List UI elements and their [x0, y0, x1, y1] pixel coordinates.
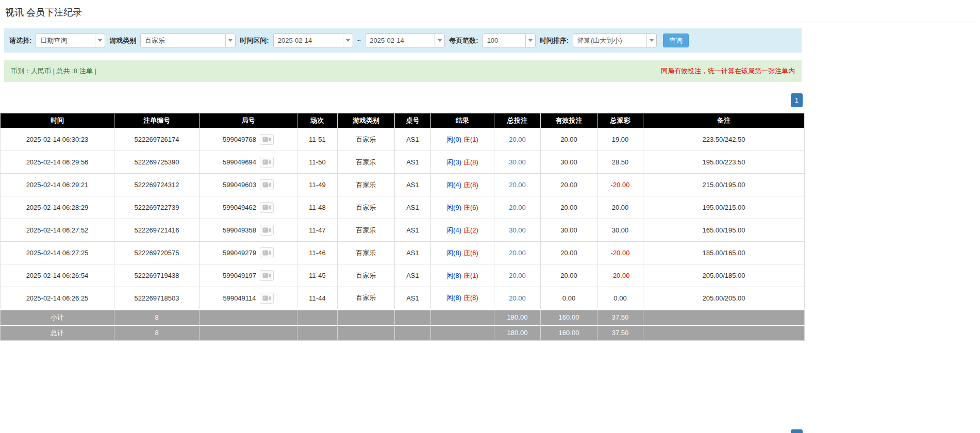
total-bet-link[interactable]: 20.00 — [509, 204, 526, 211]
cell-time: 2025-02-14 06:28:29 — [1, 196, 114, 219]
video-replay-icon[interactable] — [260, 225, 274, 236]
cell-round-id: 599049279 — [200, 242, 297, 264]
page-size-value: 100 — [483, 34, 525, 47]
cell-time: 2025-02-14 06:26:25 — [1, 287, 114, 310]
subtotal-row-cell — [297, 310, 338, 325]
table-row: 2025-02-14 06:29:21522269724312599049603… — [1, 174, 805, 196]
total-bet-link[interactable]: 20.00 — [509, 136, 526, 143]
result-player: 闲(4) — [446, 226, 461, 234]
video-replay-icon[interactable] — [260, 157, 274, 168]
cell-table-no: AS1 — [395, 287, 431, 310]
pagination-top: 1 — [0, 93, 803, 107]
cell-payout: -20.00 — [597, 242, 643, 264]
video-replay-icon[interactable] — [260, 270, 274, 281]
cell-result: 闲(8)庄(8) — [431, 287, 494, 310]
cell-time: 2025-02-14 06:29:21 — [1, 174, 114, 196]
cell-valid-bet: 20.00 — [541, 196, 597, 219]
result-banker: 庄(6) — [463, 249, 478, 257]
grand-total-row-cell — [338, 325, 395, 341]
date-range-separator: ~ — [357, 37, 361, 44]
game-type-value: 百家乐 — [141, 34, 225, 47]
summary-notice: 同局有效投注，统一计算在该局第一张注单内 — [661, 66, 795, 76]
summary-currency-count: 币别：人民币 | 总共 :8 注单 | — [11, 66, 96, 76]
table-row: 2025-02-14 06:29:56522269725390599049694… — [1, 151, 805, 174]
subtotal-row-cell: 8 — [114, 310, 200, 325]
video-replay-icon[interactable] — [260, 179, 274, 190]
bet-records-table: 时间注单编号局号场次游戏类别桌号结果总投注有效投注总派彩备注 2025-02-1… — [0, 113, 805, 341]
total-bet-link[interactable]: 20.00 — [509, 272, 526, 279]
video-replay-icon[interactable] — [260, 134, 274, 145]
video-replay-icon[interactable] — [260, 247, 274, 258]
cell-payout: -20.00 — [597, 174, 643, 196]
cell-payout: 0.00 — [597, 287, 643, 310]
grand-total-row-cell — [643, 325, 805, 341]
video-replay-icon[interactable] — [260, 202, 274, 213]
page-size-select[interactable]: 100 — [483, 34, 536, 47]
table-row: 2025-02-14 06:30:23522269726174599049768… — [1, 128, 805, 151]
cell-session: 11-49 — [297, 174, 338, 196]
total-bet-link[interactable]: 20.00 — [509, 249, 526, 257]
video-replay-icon[interactable] — [260, 293, 274, 304]
cell-remark: 205.00/185.00 — [643, 264, 805, 287]
table-row: 2025-02-14 06:26:25522269718503599049114… — [1, 287, 805, 310]
total-bet-link[interactable]: 30.00 — [509, 158, 526, 166]
grand-total-row-cell: 37.50 — [597, 325, 643, 341]
query-type-label: 请选择: — [9, 36, 31, 45]
cell-remark: 195.00/215.00 — [643, 196, 805, 219]
cell-game-type: 百家乐 — [338, 287, 395, 310]
cell-payout: -20.00 — [597, 264, 643, 287]
result-player: 闲(3) — [446, 158, 461, 166]
grand-total-row-cell — [200, 325, 297, 341]
query-type-value: 日期查询 — [36, 34, 95, 47]
cell-table-no: AS1 — [395, 196, 431, 219]
cell-total-bet: 30.00 — [494, 219, 541, 242]
chevron-down-icon — [525, 34, 535, 47]
search-button[interactable]: 查询 — [663, 34, 689, 47]
cell-total-bet: 20.00 — [494, 196, 541, 219]
column-header: 场次 — [297, 113, 338, 128]
round-id-text: 599049197 — [223, 272, 256, 279]
total-bet-link[interactable]: 30.00 — [509, 226, 526, 234]
cell-bet-id: 522269718503 — [114, 287, 200, 310]
column-header: 游戏类别 — [338, 113, 395, 128]
cell-result: 闲(3)庄(8) — [431, 151, 494, 174]
cell-round-id: 599049358 — [200, 219, 297, 242]
cell-game-type: 百家乐 — [338, 174, 395, 196]
cell-remark: 165.00/195.00 — [643, 219, 805, 242]
game-type-label: 游戏类别 — [109, 36, 136, 45]
cell-game-type: 百家乐 — [338, 128, 395, 151]
cell-bet-id: 522269724312 — [114, 174, 200, 196]
cell-game-type: 百家乐 — [338, 196, 395, 219]
page-header: 视讯 会员下注纪录 — [0, 6, 980, 22]
result-banker: 庄(8) — [463, 158, 478, 166]
table-header-row: 时间注单编号局号场次游戏类别桌号结果总投注有效投注总派彩备注 — [1, 113, 805, 128]
cell-result: 闲(0)庄(1) — [431, 128, 494, 151]
result-player: 闲(8) — [446, 272, 461, 279]
pagination-page-1[interactable]: 1 — [791, 429, 803, 433]
cell-bet-id: 522269725390 — [114, 151, 200, 174]
game-type-select[interactable]: 百家乐 — [140, 34, 236, 47]
column-header: 结果 — [431, 113, 494, 128]
cell-result: 闲(9)庄(6) — [431, 196, 494, 219]
total-bet-link[interactable]: 20.00 — [509, 294, 526, 302]
column-header: 总派彩 — [597, 113, 643, 128]
chevron-down-icon — [225, 34, 235, 47]
subtotal-row-cell: 160.00 — [541, 310, 597, 325]
grand-total-row-cell — [395, 325, 431, 341]
grand-total-row-cell — [431, 325, 494, 341]
total-bet-link[interactable]: 20.00 — [509, 181, 526, 189]
cell-total-bet: 20.00 — [494, 287, 541, 310]
date-to-select[interactable]: 2025-02-14 — [365, 34, 445, 47]
cell-payout: 20.00 — [597, 196, 643, 219]
pagination-page-1[interactable]: 1 — [791, 93, 803, 107]
cell-remark: 205.00/205.00 — [643, 287, 805, 310]
query-type-select[interactable]: 日期查询 — [36, 34, 105, 47]
chevron-down-icon — [95, 34, 105, 47]
column-header: 备注 — [643, 113, 805, 128]
summary-bar: 币别：人民币 | 总共 :8 注单 | 同局有效投注，统一计算在该局第一张注单内 — [4, 60, 802, 82]
sort-select[interactable]: 降冪(由大到小) — [573, 34, 657, 47]
cell-total-bet: 30.00 — [494, 151, 541, 174]
date-from-select[interactable]: 2025-02-14 — [273, 34, 353, 47]
cell-time: 2025-02-14 06:29:56 — [1, 151, 114, 174]
table-row: 2025-02-14 06:26:54522269719438599049197… — [1, 264, 805, 287]
